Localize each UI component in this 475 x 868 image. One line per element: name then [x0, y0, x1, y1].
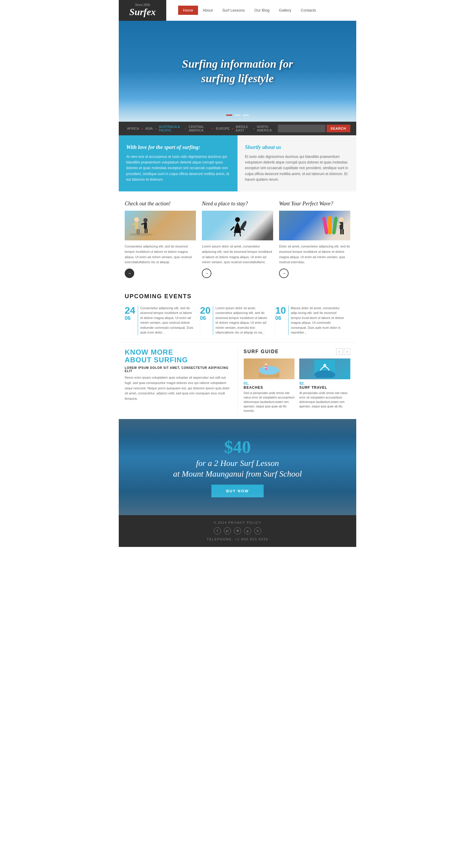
- event-2-date-row: 20 06 Lorem ipsum dolor sit amet, consec…: [200, 306, 271, 335]
- region-asia[interactable]: ASIA: [143, 127, 155, 130]
- svg-rect-4: [137, 229, 138, 235]
- know-more-container: KNOW MORE ABOUT SURFING Lorem ipsum dolo…: [125, 348, 238, 413]
- event-1-text: Consectetur adipiscing elit, sed do eius…: [140, 306, 195, 335]
- nav-item-our-blog[interactable]: Our Blog: [250, 6, 274, 15]
- social-pinterest[interactable]: p: [244, 527, 251, 534]
- about-right: Shortly about us Et iusto odio dignissim…: [237, 135, 356, 191]
- card-3-img-svg: [321, 214, 347, 238]
- svg-rect-13: [322, 217, 329, 235]
- main-nav: Home About Surf Lessons Our Blog Gallery…: [178, 6, 321, 15]
- svg-rect-9: [145, 228, 146, 233]
- know-title: KNOW MORE ABOUT SURFING: [125, 348, 232, 364]
- travel-img-svg: [315, 360, 335, 378]
- card-3-title: Want Your Perfect Wave?: [279, 200, 350, 207]
- card-1-image: [125, 211, 196, 240]
- about-section: With love for the sport of surfing: At v…: [119, 135, 356, 191]
- social-facebook[interactable]: f: [214, 527, 221, 534]
- search-input[interactable]: [278, 125, 325, 132]
- svg-rect-19: [340, 229, 342, 235]
- event-1-month: 06: [125, 315, 130, 321]
- region-central-america[interactable]: CENTRAL AMERICA: [186, 125, 212, 132]
- know-title-line2: ABOUT SURFING: [125, 356, 232, 364]
- card-2-image: [202, 211, 273, 240]
- about-left: With love for the sport of surfing: At v…: [119, 135, 237, 191]
- region-middle-east[interactable]: MIDDLE EAST: [233, 125, 253, 132]
- card-1-text: Consectetur adipiscing elit, sed do eius…: [125, 244, 196, 265]
- about-left-title: With love for the sport of surfing:: [126, 144, 230, 151]
- logo-text: Surfex: [129, 6, 156, 18]
- arrow-icon-3: →: [282, 271, 286, 276]
- region-nav: AFRICA ● ASIA ● AUSTRALIA & PACIFIC ● CE…: [125, 125, 278, 132]
- card-1-arrow[interactable]: →: [125, 269, 134, 278]
- event-1-date-row: 24 06 Consectetur adipiscing elit, sed d…: [125, 306, 195, 335]
- surf-guide-item-2-text: At perspiciatis unde omnis iste natus er…: [299, 391, 350, 409]
- svg-point-1: [134, 217, 139, 222]
- footer-social: f g+ ⌘ p in: [125, 527, 350, 534]
- social-rss[interactable]: ⌘: [234, 527, 241, 534]
- event-item-2: 20 06 Lorem ipsum dolor sit amet, consec…: [200, 306, 275, 336]
- promo-text2: at Mount Maunganui from Surf School: [125, 469, 350, 479]
- card-2-text: Lorem ipsum dolor sit amet, consectetur …: [202, 244, 273, 265]
- region-australia[interactable]: AUSTRALIA & PACIFIC: [156, 125, 185, 132]
- surf-guide-item-2: 02. SURF TRAVEL At perspiciatis unde omn…: [299, 359, 350, 413]
- surf-guide-img-2: [299, 359, 350, 379]
- svg-point-23: [265, 363, 267, 366]
- surf-guide-next[interactable]: ›: [344, 348, 350, 355]
- promo-text1: for a 2 Hour Surf Lesson: [125, 459, 350, 468]
- promo-wave-top: [119, 419, 356, 437]
- surf-guide-img-1: [244, 359, 295, 379]
- beach-img-svg: [259, 360, 279, 378]
- event-2-text: Lorem ipsum dolor sit amet, consectetur …: [215, 306, 271, 335]
- card-2: Need a place to stay? Lorem ipsum dolor …: [202, 200, 273, 278]
- promo-price: $40: [125, 437, 350, 457]
- event-3-day: 10 06: [275, 306, 286, 335]
- region-europe[interactable]: EUROPE: [213, 127, 232, 130]
- hero-dot-3[interactable]: [243, 115, 249, 116]
- surf-guide-title: SURF GUIDE: [244, 349, 279, 354]
- card-1: Check out the action! Consectetur adipis…: [125, 200, 196, 278]
- surf-guide-arrows: ‹ ›: [336, 348, 350, 355]
- svg-rect-10: [146, 228, 148, 233]
- hero-title-line1: Surfing information for: [182, 58, 293, 70]
- surf-guide-items: 01. BEACHES Sed ut perspiciatis unde omn…: [244, 359, 351, 413]
- svg-point-6: [143, 218, 148, 222]
- footer-phone: TELEPHONE: +1 800 603 6035: [125, 537, 350, 541]
- svg-rect-17: [339, 222, 343, 229]
- header: Since 2006 Surfex Home About Surf Lesson…: [119, 0, 356, 21]
- hero-dot-2[interactable]: [235, 115, 240, 116]
- social-linkedin[interactable]: in: [254, 527, 261, 534]
- surf-guide-prev[interactable]: ‹: [336, 348, 343, 355]
- svg-rect-15: [332, 217, 338, 235]
- hero-dot-1[interactable]: [226, 115, 232, 116]
- social-google-plus[interactable]: g+: [224, 527, 231, 534]
- know-text: Nemo enim ipsam voluptatem quia voluptas…: [125, 375, 232, 401]
- svg-rect-5: [138, 229, 140, 235]
- about-left-text: At vero eos et accusamus et iusto odio d…: [126, 154, 230, 183]
- hero-dots: [226, 115, 249, 116]
- nav-item-gallery[interactable]: Gallery: [274, 6, 296, 15]
- footer-copyright: © 2014 PRIVACY POLICY: [125, 521, 350, 524]
- nav-item-contacts[interactable]: Contacts: [296, 6, 321, 15]
- region-africa[interactable]: AFRICA: [125, 127, 141, 130]
- svg-point-11: [235, 217, 240, 222]
- logo-box: Since 2006 Surfex: [119, 0, 166, 21]
- events-title: UPCOMING EVENTS: [125, 293, 350, 300]
- footer: © 2014 PRIVACY POLICY f g+ ⌘ p in TELEPH…: [119, 515, 356, 547]
- card-3: Want Your Perfect Wave? Dolor sit amet, …: [279, 200, 350, 278]
- events-section: UPCOMING EVENTS 24 06 Consectetur adipis…: [119, 287, 356, 342]
- nav-item-surf-lessons[interactable]: Surf Lessons: [217, 6, 250, 15]
- svg-point-16: [339, 217, 344, 222]
- card-1-img-svg: [128, 214, 154, 238]
- event-3-bar: [288, 306, 289, 335]
- card-1-title: Check out the action!: [125, 200, 196, 207]
- card-2-arrow[interactable]: →: [202, 269, 211, 278]
- nav-item-home[interactable]: Home: [178, 6, 198, 15]
- know-lead: Lorem ipsum dolor sit amet, consectetur …: [125, 366, 232, 373]
- search-button[interactable]: SEARCH: [327, 125, 350, 132]
- card-3-arrow[interactable]: →: [279, 269, 289, 278]
- know-title-line1: KNOW MORE: [125, 348, 232, 356]
- region-north-america[interactable]: NORTH AMERICA: [255, 125, 277, 132]
- nav-item-about[interactable]: About: [198, 6, 217, 15]
- surf-guide-item-1: 01. BEACHES Sed ut perspiciatis unde omn…: [244, 359, 295, 413]
- surf-guide-item-1-text: Sed ut perspiciatis unde omnis iste natu…: [244, 391, 295, 413]
